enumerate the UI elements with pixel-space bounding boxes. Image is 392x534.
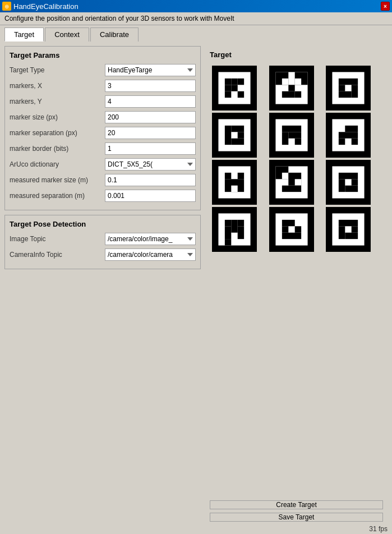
svg-rect-22	[352, 85, 358, 98]
svg-rect-16	[282, 79, 288, 85]
tab-bar: Target Context Calibrate	[0, 25, 392, 42]
label-camerainfo-topic: CameraInfo Topic	[10, 251, 105, 259]
aruco-marker-3	[326, 66, 371, 111]
input-marker-size-px[interactable]	[105, 111, 196, 123]
create-target-button[interactable]: Create Target	[210, 500, 383, 509]
target-params-section: Target Params Target Type HandEyeTarge m…	[4, 46, 201, 210]
svg-rect-38	[345, 126, 358, 132]
field-image-topic: Image Topic /camera/color/image_	[10, 233, 196, 245]
svg-rect-66	[225, 226, 231, 239]
target-pose-title: Target Pose Detection	[10, 220, 196, 228]
input-marker-sep-px[interactable]	[105, 127, 196, 139]
svg-rect-64	[231, 220, 237, 233]
left-panel: Target Params Target Type HandEyeTarge m…	[4, 46, 201, 526]
svg-rect-15	[294, 91, 301, 98]
label-marker-sep-px: marker separation (px)	[10, 129, 105, 137]
action-buttons-area: Create Target Save Target	[205, 496, 388, 526]
svg-rect-41	[352, 139, 358, 145]
field-measured-sep: measured separation (m)	[10, 190, 196, 202]
tab-context[interactable]: Context	[45, 27, 89, 42]
svg-rect-21	[339, 91, 352, 98]
svg-rect-7	[231, 79, 237, 85]
svg-rect-4	[231, 85, 237, 91]
svg-rect-76	[333, 213, 365, 245]
label-markers-x: markers, X	[10, 82, 105, 90]
svg-rect-34	[288, 132, 301, 138]
aruco-marker-1	[212, 66, 257, 111]
aruco-marker-4	[212, 113, 257, 158]
svg-rect-19	[333, 72, 365, 104]
svg-rect-6	[238, 91, 244, 98]
svg-rect-20	[339, 79, 358, 85]
aruco-marker-11	[269, 207, 314, 252]
svg-rect-2	[225, 79, 231, 85]
svg-rect-54	[282, 186, 301, 192]
window-title: HandEyeCalibration	[13, 2, 79, 11]
aruco-marker-2	[269, 66, 314, 111]
svg-rect-70	[275, 213, 307, 245]
svg-rect-26	[225, 126, 231, 145]
title-bar: ⊕ HandEyeCalibration ×	[0, 0, 392, 12]
svg-rect-73	[282, 233, 301, 239]
svg-rect-72	[294, 226, 301, 232]
svg-rect-32	[282, 126, 301, 132]
svg-rect-29	[231, 139, 244, 145]
aruco-marker-9	[326, 160, 371, 205]
svg-rect-28	[238, 132, 244, 138]
aruco-marker-grid	[210, 63, 383, 254]
svg-rect-56	[333, 166, 365, 198]
target-display-label: Target	[210, 50, 383, 59]
field-measured-marker-size: measured marker size (m)	[10, 174, 196, 186]
svg-rect-74	[282, 226, 288, 232]
save-target-button[interactable]: Save Target	[210, 513, 383, 522]
target-display-section: Target	[205, 46, 388, 496]
svg-rect-80	[345, 233, 358, 239]
field-marker-size-px: marker size (px)	[10, 111, 196, 123]
input-markers-y[interactable]	[105, 95, 196, 108]
svg-rect-40	[339, 139, 345, 145]
svg-rect-5	[225, 91, 231, 98]
label-markers-y: markers, Y	[10, 98, 105, 105]
select-camerainfo-topic[interactable]: /camera/color/camera	[105, 248, 196, 261]
svg-rect-47	[231, 186, 237, 192]
fps-display: 31 fps	[369, 525, 388, 533]
svg-rect-58	[352, 179, 358, 185]
svg-rect-44	[225, 173, 231, 179]
svg-rect-14	[282, 91, 295, 98]
svg-rect-59	[339, 179, 345, 192]
input-measured-marker-size[interactable]	[105, 174, 196, 186]
app-icon: ⊕	[2, 2, 11, 11]
input-marker-border[interactable]	[105, 142, 196, 155]
label-measured-marker-size: measured marker size (m)	[10, 176, 105, 184]
field-camerainfo-topic: CameraInfo Topic /camera/color/camera	[10, 248, 196, 261]
aruco-marker-8	[269, 160, 314, 205]
svg-rect-63	[225, 220, 231, 226]
svg-rect-60	[345, 186, 358, 192]
svg-rect-25	[218, 119, 250, 151]
svg-rect-68	[225, 239, 231, 245]
field-marker-sep-px: marker separation (px)	[10, 127, 196, 139]
svg-rect-45	[238, 173, 244, 179]
tab-target[interactable]: Target	[4, 27, 44, 42]
svg-rect-33	[282, 132, 288, 145]
input-markers-x[interactable]	[105, 80, 196, 92]
svg-rect-8	[225, 85, 231, 91]
input-measured-sep[interactable]	[105, 190, 196, 202]
label-target-type: Target Type	[10, 66, 105, 74]
label-measured-sep: measured separation (m)	[10, 192, 105, 200]
select-target-type[interactable]: HandEyeTarge	[105, 64, 196, 76]
svg-rect-71	[282, 220, 295, 226]
select-aruco-dict[interactable]: DICT_5X5_25(	[105, 158, 196, 171]
svg-rect-79	[352, 226, 358, 232]
field-aruco-dict: ArUco dictionary DICT_5X5_25(	[10, 158, 196, 171]
tab-calibrate[interactable]: Calibrate	[90, 27, 139, 42]
svg-rect-27	[231, 126, 244, 132]
svg-rect-13	[288, 85, 294, 91]
select-image-topic[interactable]: /camera/color/image_	[105, 233, 196, 245]
svg-rect-3	[238, 79, 244, 85]
svg-rect-77	[339, 220, 358, 226]
close-button[interactable]: ×	[381, 2, 390, 11]
svg-rect-65	[238, 220, 244, 226]
aruco-marker-12	[326, 207, 371, 252]
aruco-marker-5	[269, 113, 314, 158]
